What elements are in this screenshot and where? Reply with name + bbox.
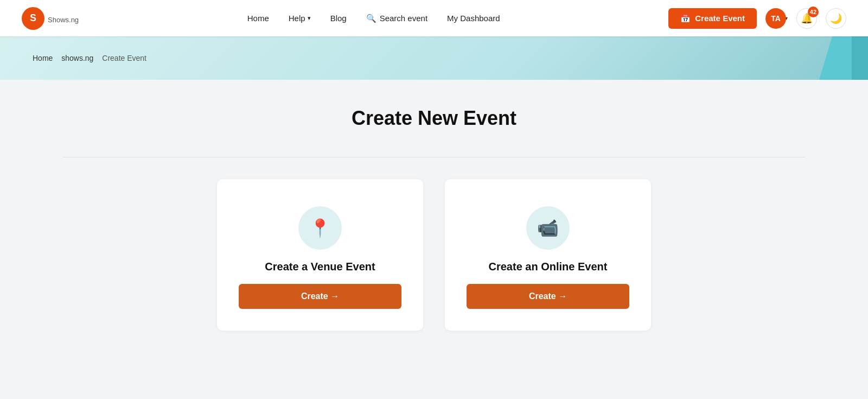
create-event-button[interactable]: 📅 Create Event: [668, 8, 757, 29]
search-icon: 🔍: [366, 14, 376, 23]
venue-event-card[interactable]: 📍 Create a Venue Event Create →: [217, 179, 423, 331]
online-event-card[interactable]: 📹 Create an Online Event Create →: [445, 179, 651, 331]
navbar: S Shows.ng Home Help Blog 🔍 Search event…: [0, 0, 868, 36]
logo-area: S Shows.ng: [22, 7, 79, 30]
breadcrumb-separator-2: [97, 54, 99, 62]
online-event-title: Create an Online Event: [489, 261, 608, 273]
online-icon-circle: 📹: [526, 206, 570, 250]
nav-help[interactable]: Help: [289, 14, 311, 23]
nav-dashboard[interactable]: My Dashboard: [447, 14, 500, 23]
nav-blog[interactable]: Blog: [330, 14, 347, 23]
page-title: Create New Event: [22, 107, 846, 130]
main-content: Create New Event 📍 Create a Venue Event …: [0, 80, 868, 399]
venue-icon-circle: 📍: [298, 206, 342, 250]
breadcrumb-showsng[interactable]: shows.ng: [61, 54, 93, 62]
navbar-right: 📅 Create Event TA ▾ 🔔 42 🌙: [668, 8, 846, 29]
create-online-event-button[interactable]: Create →: [467, 284, 629, 309]
breadcrumb: Home shows.ng Create Event: [33, 54, 146, 62]
notification-badge: 42: [808, 7, 819, 17]
breadcrumb-banner: Home shows.ng Create Event: [0, 36, 868, 80]
video-camera-icon: 📹: [537, 218, 559, 238]
breadcrumb-current: Create Event: [102, 54, 146, 62]
breadcrumb-separator-1: [56, 54, 58, 62]
user-avatar-button[interactable]: TA: [765, 8, 786, 29]
theme-toggle-button[interactable]: 🌙: [826, 8, 846, 29]
nav-home[interactable]: Home: [247, 14, 269, 23]
moon-icon: 🌙: [830, 12, 842, 24]
venue-event-title: Create a Venue Event: [265, 261, 375, 273]
create-venue-event-button[interactable]: Create →: [239, 284, 401, 309]
nav-links: Home Help Blog 🔍 Search event My Dashboa…: [247, 14, 500, 23]
divider: [63, 157, 805, 157]
breadcrumb-home[interactable]: Home: [33, 54, 53, 62]
calendar-icon: 📅: [680, 14, 691, 23]
notification-button[interactable]: 🔔 42: [796, 8, 817, 29]
event-type-cards: 📍 Create a Venue Event Create → 📹 Create…: [22, 179, 846, 331]
search-event-link[interactable]: 🔍 Search event: [366, 14, 427, 23]
logo-icon: S: [22, 7, 44, 30]
location-pin-icon: 📍: [309, 218, 331, 238]
logo-text: Shows.ng: [48, 11, 79, 26]
